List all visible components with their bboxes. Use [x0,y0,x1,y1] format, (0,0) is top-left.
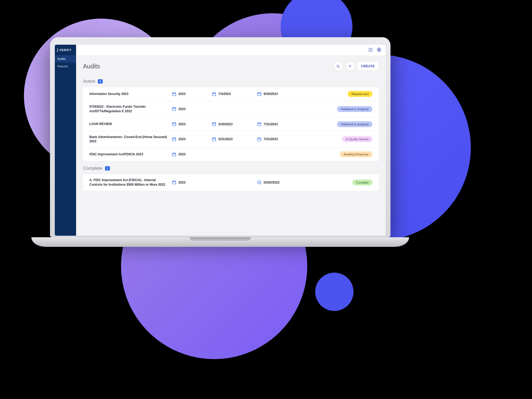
svg-point-1 [370,48,371,49]
status-badge: Request sent [348,91,372,97]
svg-rect-51 [257,138,261,141]
calendar-icon [172,180,176,185]
calendar-icon [172,152,176,157]
date-cell: 5/29/2023 [212,122,254,126]
svg-point-8 [372,51,372,51]
svg-point-3 [369,49,369,50]
audit-title: Information Security 2023 [89,92,169,96]
search-icon [336,64,340,68]
audit-row[interactable]: FDIC Improvement Act/FDICIA 2023 2023 Aw… [83,148,379,161]
section-complete: Complete 1 [83,166,379,171]
date-cell: 7/31/2023 [257,122,300,126]
filter-button[interactable] [346,62,355,71]
sidebar-item-audits[interactable]: Audits [55,55,76,63]
search-button[interactable] [334,62,343,71]
audit-row[interactable]: A. FDIC Improvement Act (FDICIA) - Inter… [83,174,379,191]
svg-point-0 [369,48,369,49]
complete-count-badge: 1 [105,166,110,171]
audit-title: FDIC Improvement Act/FDICIA 2023 [89,152,169,157]
date-cell: 9/29/2023 [257,92,300,96]
status-badge: Awaiting Response [340,151,372,157]
sidebar: ] VERIFY Audits Reports [55,45,76,236]
calendar-icon [172,122,176,126]
filter-icon [348,64,352,68]
date-cell: 5/31/2023 [212,137,254,142]
svg-point-5 [372,49,372,50]
active-count-badge: 5 [98,79,103,84]
svg-rect-47 [212,138,216,141]
calendar-icon [212,92,216,96]
status-badge: Complete [352,180,372,185]
date-cell: 7/3/2023 [212,92,254,96]
svg-point-4 [370,49,371,50]
date-cell: 2023 [172,92,209,96]
audit-row[interactable]: Information Security 2023 2023 7/3/2023 … [83,87,379,101]
svg-point-6 [369,51,369,51]
svg-rect-43 [172,138,176,141]
check-circle-icon [257,180,261,185]
svg-rect-15 [172,93,176,95]
status-badge: In Quality Review [342,136,372,142]
svg-rect-31 [172,123,176,126]
svg-rect-35 [212,123,216,126]
brand-logo: ] VERIFY [55,45,76,55]
audit-title: 07292022 - Electronic Funds Transfer Act… [89,105,169,114]
date-cell: 2023 [172,122,209,126]
svg-rect-23 [257,93,261,95]
audit-title: LOAN REVIEW [89,122,169,126]
svg-rect-55 [172,153,176,156]
audit-title: A. FDIC Improvement Act (FDICIA) - Inter… [89,178,169,187]
svg-point-2 [372,48,372,49]
svg-rect-19 [212,93,216,95]
audit-title: Bank Advertisements: Closed-End (Home Se… [89,135,169,144]
play-circle-icon[interactable] [377,47,381,53]
apps-grid-icon[interactable] [368,47,373,53]
svg-point-10 [337,65,339,67]
svg-line-11 [339,67,339,68]
calendar-icon [172,92,176,96]
svg-point-7 [370,51,371,51]
audit-row[interactable]: 07292022 - Electronic Funds Transfer Act… [83,101,379,118]
audit-row[interactable]: Bank Advertisements: Closed-End (Home Se… [83,131,379,148]
svg-rect-39 [257,123,261,126]
calendar-icon [172,137,176,142]
calendar-icon [257,92,261,96]
topbar [76,45,386,56]
status-badge: Fieldwork in progress [337,106,372,112]
section-active: Active 5 [83,79,379,84]
calendar-icon [172,107,176,111]
page-title: Audits [83,63,100,70]
audit-row[interactable]: LOAN REVIEW 2023 5/29/2023 7/31/2023 Fie… [83,118,379,131]
date-cell: 2023 [172,107,209,111]
date-cell: 2023 [172,137,209,142]
calendar-icon [257,122,261,126]
bg-circle [315,273,354,311]
svg-rect-59 [172,181,176,184]
laptop-mockup: ] VERIFY Audits Reports Audits CREATE [50,37,390,247]
date-cell: 02/02/2022 [257,180,300,185]
calendar-icon [212,137,216,142]
calendar-icon [257,137,261,142]
calendar-icon [212,122,216,126]
sidebar-item-reports[interactable]: Reports [55,63,76,70]
date-cell: 2023 [172,180,209,185]
create-button[interactable]: CREATE [357,62,379,71]
date-cell: 2023 [172,152,209,157]
status-badge: Fieldwork in progress [337,121,372,127]
svg-point-63 [257,181,261,184]
svg-rect-27 [172,108,176,111]
date-cell: 7/31/2023 [257,137,300,142]
